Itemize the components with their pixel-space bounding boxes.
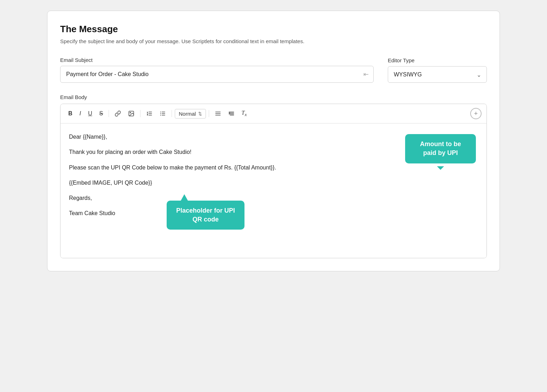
image-button[interactable] — [125, 108, 137, 119]
qr-tooltip: Placeholder for UPI QR code — [167, 201, 244, 230]
link-button[interactable] — [112, 108, 124, 119]
email-body-label: Email Body — [60, 94, 487, 100]
image-icon — [128, 110, 134, 117]
align-icon — [215, 110, 221, 117]
page-title: The Message — [60, 24, 487, 35]
add-button[interactable]: + — [470, 108, 482, 119]
editor-body[interactable]: Dear {{Name}}, Thank you for placing an … — [61, 123, 486, 258]
form-row: Email Subject ⇤ Editor Type WYSIWYG Plai… — [60, 57, 487, 83]
underline-button[interactable]: U — [85, 108, 95, 119]
format-arrows-icon: ⇅ — [198, 111, 202, 116]
toolbar-divider-1 — [109, 110, 109, 117]
amount-tooltip: Amount to be paid by UPI — [405, 134, 476, 163]
strikethrough-button[interactable]: S — [97, 108, 106, 119]
page-subtitle: Specify the subject line and body of you… — [60, 38, 487, 44]
toolbar-divider-2 — [140, 110, 140, 117]
editor-type-select[interactable]: WYSIWYG Plain Text HTML — [388, 66, 487, 83]
ordered-list-button[interactable] — [143, 108, 155, 119]
main-container: The Message Specify the subject line and… — [47, 11, 500, 271]
clear-format-button[interactable]: Tx — [239, 108, 250, 120]
svg-point-8 — [160, 111, 161, 112]
body-line-4: {{Embed IMAGE, UPI QR Code}} — [69, 178, 478, 188]
ordered-list-icon — [146, 110, 152, 117]
body-line-3: Please scan the UPI QR Code below to mak… — [69, 163, 478, 172]
unordered-list-icon — [160, 110, 166, 117]
subject-input-wrap: ⇤ — [60, 66, 374, 83]
svg-point-9 — [160, 113, 161, 114]
plus-icon: + — [474, 110, 478, 117]
body-line-6: Team Cake Studio — [69, 208, 478, 218]
body-line-5: Regards, — [69, 193, 478, 203]
link-icon — [115, 110, 121, 117]
bold-button[interactable]: B — [65, 108, 75, 119]
email-subject-input[interactable] — [60, 66, 374, 83]
italic-button[interactable]: I — [77, 108, 84, 119]
clear-format-icon: Tx — [242, 110, 247, 117]
editor-type-label: Editor Type — [388, 57, 487, 63]
editor-type-group: Editor Type WYSIWYG Plain Text HTML ⌄ — [388, 57, 487, 83]
editor-toolbar: B I U S — [61, 104, 486, 123]
editor-type-select-wrap: WYSIWYG Plain Text HTML ⌄ — [388, 66, 487, 83]
toolbar-divider-3 — [172, 110, 172, 117]
qr-tooltip-text: Placeholder for UPI QR code — [176, 207, 235, 223]
align-button[interactable] — [212, 108, 224, 119]
subject-align-icon: ⇤ — [363, 70, 369, 78]
format-label: Normal — [179, 111, 196, 117]
toolbar-divider-4 — [209, 110, 209, 117]
email-body-section: Email Body B I U S — [60, 94, 487, 258]
indent-icon — [228, 110, 235, 117]
email-subject-label: Email Subject — [60, 57, 374, 63]
amount-tooltip-text: Amount to be paid by UPI — [420, 140, 461, 156]
svg-point-10 — [160, 115, 161, 115]
format-select[interactable]: Normal ⇅ — [175, 109, 206, 119]
svg-point-1 — [130, 112, 131, 113]
unordered-list-button[interactable] — [157, 108, 169, 119]
editor-container: B I U S — [60, 104, 487, 258]
indent-button[interactable] — [225, 108, 237, 119]
email-subject-group: Email Subject ⇤ — [60, 57, 374, 83]
